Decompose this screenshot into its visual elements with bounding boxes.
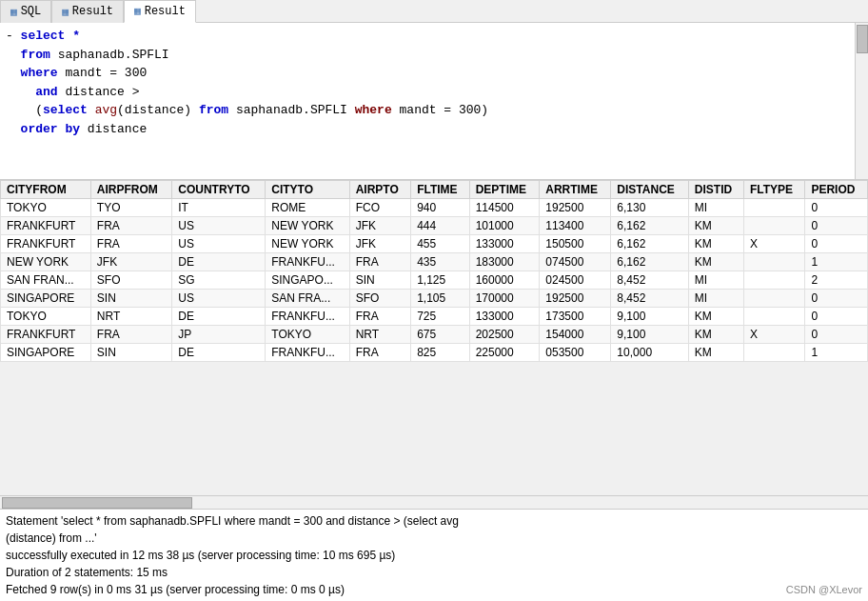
table-row: FRANKFURTFRAJPTOKYONRT6752025001540009,1… — [1, 326, 868, 344]
table-cell: FRANKFURT — [1, 217, 91, 235]
col-arrtime: ARRTIME — [540, 181, 611, 199]
table-cell: NRT — [349, 326, 410, 344]
table-cell: 8,452 — [611, 290, 689, 308]
table-cell: DE — [172, 308, 266, 326]
col-cityto: CITYTO — [266, 181, 349, 199]
table-cell: 8,452 — [611, 271, 689, 290]
table-row: FRANKFURTFRAUSNEW YORKJFK444101000113400… — [1, 217, 868, 235]
table-cell: 444 — [411, 217, 470, 235]
table-cell: DE — [172, 344, 266, 362]
col-countryto: COUNTRYTO — [172, 181, 266, 199]
table-cell: 1 — [805, 253, 868, 271]
table-cell: JFK — [349, 235, 410, 253]
tab-result-1[interactable]: ▦ Result — [51, 0, 124, 23]
table-cell: 114500 — [469, 199, 540, 217]
tab-result-2[interactable]: ▦ Result — [124, 0, 196, 23]
table-row: FRANKFURTFRAUSNEW YORKJFK455133000150500… — [1, 235, 868, 253]
table-cell: KM — [688, 308, 743, 326]
hscroll-thumb[interactable] — [2, 497, 192, 509]
table-cell: JP — [172, 326, 266, 344]
col-airpfrom: AIRPFROM — [90, 181, 171, 199]
col-distance: DISTANCE — [611, 181, 689, 199]
result-section: CITYFROM AIRPFROM COUNTRYTO CITYTO AIRPT… — [0, 180, 868, 509]
tab-bar: ▦ SQL ▦ Result ▦ Result — [0, 0, 868, 23]
main-container: ▦ SQL ▦ Result ▦ Result - select * from … — [0, 0, 868, 601]
table-cell: MI — [688, 271, 743, 290]
table-cell: DE — [172, 253, 266, 271]
table-cell: FRA — [349, 253, 410, 271]
table-cell: TOKYO — [1, 199, 91, 217]
table-cell — [743, 271, 804, 290]
col-airpto: AIRPTO — [349, 181, 410, 199]
table-cell: SFO — [90, 271, 171, 290]
table-cell: TOKYO — [266, 326, 349, 344]
table-cell: 6,130 — [611, 199, 689, 217]
table-cell: JFK — [349, 217, 410, 235]
table-cell: SINGAPO... — [266, 271, 349, 290]
status-line4: Duration of 2 statements: 15 ms — [6, 564, 862, 581]
table-cell — [743, 308, 804, 326]
status-line5: Fetched 9 row(s) in 0 ms 31 µs (server p… — [6, 581, 862, 598]
tab-sql[interactable]: ▦ SQL — [0, 0, 51, 23]
table-row: SINGAPORESINUSSAN FRA...SFO1,10517000019… — [1, 290, 868, 308]
col-fltype: FLTYPE — [743, 181, 804, 199]
table-cell: 1 — [805, 344, 868, 362]
sql-scrollbar-v[interactable] — [855, 23, 868, 179]
table-cell: 202500 — [469, 326, 540, 344]
sql-scrollbar-thumb[interactable] — [857, 25, 868, 53]
table-cell: 150500 — [540, 235, 611, 253]
hscroll-bar[interactable] — [0, 495, 868, 509]
col-period: PERIOD — [805, 181, 868, 199]
table-cell: 101000 — [469, 217, 540, 235]
table-cell: NEW YORK — [266, 235, 349, 253]
table-cell: NEW YORK — [1, 253, 91, 271]
table-cell: 160000 — [469, 271, 540, 290]
table-cell: 825 — [411, 344, 470, 362]
table-cell: SIN — [349, 271, 410, 290]
status-line2: (distance) from ...' — [6, 530, 862, 547]
table-cell: SAN FRAN... — [1, 271, 91, 290]
table-cell: 1,105 — [411, 290, 470, 308]
table-cell: FRA — [349, 308, 410, 326]
tab-sql-label: SQL — [21, 5, 42, 18]
col-distid: DISTID — [688, 181, 743, 199]
table-cell: NRT — [90, 308, 171, 326]
table-cell: 940 — [411, 199, 470, 217]
table-cell: KM — [688, 344, 743, 362]
table-cell: FRA — [349, 344, 410, 362]
table-cell: TOKYO — [1, 308, 91, 326]
table-cell: 192500 — [540, 290, 611, 308]
table-row: SAN FRAN...SFOSGSINGAPO...SIN1,125160000… — [1, 271, 868, 290]
table-cell: 725 — [411, 308, 470, 326]
table-cell: SINGAPORE — [1, 290, 91, 308]
table-cell: KM — [688, 326, 743, 344]
table-cell: 0 — [805, 217, 868, 235]
table-cell: 154000 — [540, 326, 611, 344]
table-cell: SAN FRA... — [266, 290, 349, 308]
sql-editor[interactable]: - select * from saphanadb.SPFLI where ma… — [0, 23, 868, 180]
table-cell: 0 — [805, 326, 868, 344]
table-cell: 6,162 — [611, 253, 689, 271]
col-deptime: DEPTIME — [469, 181, 540, 199]
table-cell: FCO — [349, 199, 410, 217]
table-cell: JFK — [90, 253, 171, 271]
table-cell: FRA — [90, 326, 171, 344]
table-cell: 183000 — [469, 253, 540, 271]
table-cell: 0 — [805, 308, 868, 326]
table-cell: MI — [688, 290, 743, 308]
table-cell: 1,125 — [411, 271, 470, 290]
table-cell: US — [172, 290, 266, 308]
table-cell: X — [743, 326, 804, 344]
table-cell: 9,100 — [611, 308, 689, 326]
table-cell: 053500 — [540, 344, 611, 362]
status-bar: Statement 'select * from saphanadb.SPFLI… — [0, 509, 868, 601]
table-cell: 074500 — [540, 253, 611, 271]
table-cell: MI — [688, 199, 743, 217]
table-cell: 0 — [805, 235, 868, 253]
table-cell: SIN — [90, 344, 171, 362]
table-cell: SINGAPORE — [1, 344, 91, 362]
table-cell: FRA — [90, 235, 171, 253]
table-cell — [743, 344, 804, 362]
table-cell: 0 — [805, 199, 868, 217]
table-cell: US — [172, 235, 266, 253]
